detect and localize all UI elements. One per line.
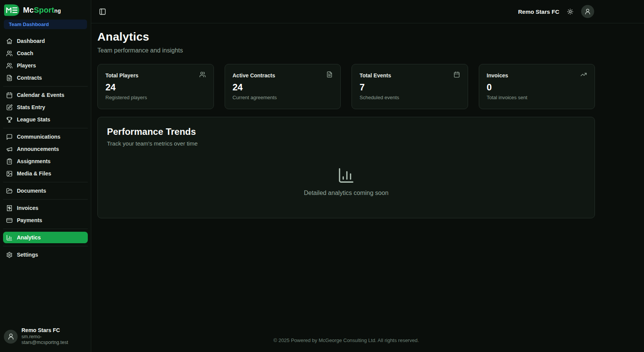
folder-open-icon — [6, 188, 13, 194]
sidebar-item-players[interactable]: Players — [3, 60, 88, 71]
users-icon — [6, 62, 13, 69]
topbar-right: Remo Stars FC — [518, 5, 594, 18]
settings-icon — [6, 252, 13, 258]
calendar-icon — [6, 92, 13, 98]
stat-card-active-contracts: Active Contracts 24 Current agreements — [225, 64, 341, 109]
stat-card-title: Total Events — [360, 71, 391, 79]
panel-left-icon — [99, 8, 106, 15]
stat-card-title: Total Players — [105, 71, 138, 79]
sidebar-user-name: Remo Stars FC — [21, 327, 87, 334]
page-title: Analytics — [97, 30, 595, 43]
home-icon — [6, 38, 13, 44]
stat-card-value: 0 — [487, 82, 587, 93]
sidebar-item-label: Announcements — [17, 146, 59, 152]
sidebar-item-label: Dashboard — [17, 38, 45, 44]
stat-card-description: Current agreements — [233, 95, 333, 100]
app-root: McSportng Team Dashboard DashboardCoachP… — [0, 0, 644, 352]
sidebar-item-label: Communications — [17, 134, 61, 140]
stat-card-description: Scheduled events — [360, 95, 460, 100]
trophy-icon — [6, 116, 13, 123]
ms-monogram-icon — [4, 4, 20, 16]
sidebar: McSportng Team Dashboard DashboardCoachP… — [0, 0, 91, 352]
topbar: Remo Stars FC — [91, 0, 644, 23]
stat-card-value: 24 — [233, 82, 333, 93]
stat-card-total-events: Total Events 7 Scheduled events — [352, 64, 468, 109]
account-menu-button[interactable] — [581, 5, 594, 18]
page-content: Analytics Team performance and insights … — [91, 23, 644, 328]
nav-group-divider — [3, 182, 88, 182]
sidebar-item-settings[interactable]: Settings — [3, 249, 88, 260]
nav-group-divider — [3, 229, 88, 229]
topbar-team-name: Remo Stars FC — [518, 8, 559, 15]
sidebar-item-calendar-events[interactable]: Calendar & Events — [3, 89, 88, 101]
stat-card-total-players: Total Players 24 Registered players — [97, 64, 214, 109]
sidebar-item-analytics[interactable]: Analytics — [3, 232, 88, 243]
theme-toggle-button[interactable] — [565, 7, 575, 16]
sidebar-item-label: Documents — [17, 188, 46, 194]
sidebar-item-invoices[interactable]: Invoices — [3, 202, 88, 214]
sidebar-item-label: League Stats — [17, 116, 50, 123]
sidebar-item-label: Analytics — [17, 234, 41, 241]
trending-up-icon — [580, 71, 587, 78]
clipboard-list-icon — [6, 158, 13, 165]
sidebar-item-dashboard[interactable]: Dashboard — [3, 35, 88, 47]
performance-trends-card: Performance Trends Track your team's met… — [97, 117, 595, 218]
stat-card-description: Registered players — [105, 95, 206, 100]
sidebar-item-label: Invoices — [17, 205, 38, 211]
sidebar-item-assignments[interactable]: Assignments — [3, 156, 88, 167]
sidebar-item-label: Media & Files — [17, 170, 51, 177]
sidebar-item-payments[interactable]: Payments — [3, 214, 88, 226]
sidebar-item-label: Settings — [17, 252, 38, 258]
users-icon — [199, 71, 206, 78]
nav-group-divider — [3, 246, 88, 246]
stat-card-value: 24 — [105, 82, 206, 93]
bar-chart-icon — [337, 167, 355, 184]
sidebar-item-announcements[interactable]: Announcements — [3, 143, 88, 155]
footer-copyright: © 2025 Powered by McGeorge Consulting Lt… — [273, 337, 419, 343]
sidebar-user[interactable]: Remo Stars FC sm.remo-stars@mcsportng.te… — [0, 323, 91, 347]
trends-title: Performance Trends — [107, 126, 585, 137]
sidebar-toggle-button[interactable] — [97, 7, 108, 17]
megaphone-icon — [6, 146, 13, 152]
nav-group-divider — [3, 199, 88, 200]
sidebar-item-contracts[interactable]: Contracts — [3, 72, 88, 83]
file-text-icon — [326, 71, 333, 78]
stat-card-title: Invoices — [487, 71, 508, 79]
bar-chart-icon — [6, 234, 13, 241]
stat-card-invoices: Invoices 0 Total invoices sent — [479, 64, 595, 109]
page-subtitle: Team performance and insights — [97, 47, 595, 54]
sidebar-item-label: Stats Entry — [17, 104, 45, 110]
file-text-icon — [6, 75, 13, 81]
sidebar-item-documents[interactable]: Documents — [3, 185, 88, 196]
stat-card-description: Total invoices sent — [487, 95, 587, 100]
stat-card-value: 7 — [360, 82, 460, 93]
sidebar-item-label: Assignments — [17, 158, 51, 164]
brand-name: McSportng — [23, 6, 61, 15]
calendar-icon — [453, 71, 460, 78]
sidebar-item-label: Contracts — [17, 75, 42, 81]
square-pen-icon — [6, 104, 13, 111]
receipt-icon — [6, 205, 13, 211]
sidebar-item-stats-entry[interactable]: Stats Entry — [3, 102, 88, 113]
sidebar-nav: DashboardCoachPlayersContractsCalendar &… — [0, 33, 91, 323]
sidebar-user-email: sm.remo-stars@mcsportng.test — [21, 334, 87, 346]
image-icon — [6, 170, 13, 177]
sidebar-item-label: Payments — [17, 217, 42, 223]
page-footer: © 2025 Powered by McGeorge Consulting Lt… — [91, 328, 644, 352]
stat-card-title: Active Contracts — [233, 71, 275, 79]
sidebar-item-label: Players — [17, 62, 36, 69]
sidebar-item-label: Calendar & Events — [17, 92, 64, 98]
nav-group-divider — [3, 86, 88, 87]
user-icon — [584, 8, 591, 15]
sun-icon — [567, 8, 573, 15]
trends-placeholder-text: Detailed analytics coming soon — [304, 190, 389, 196]
sidebar-item-label: Coach — [17, 50, 33, 56]
user-icon — [4, 330, 18, 344]
sidebar-item-communications[interactable]: Communications — [3, 131, 88, 142]
sidebar-item-league-stats[interactable]: League Stats — [3, 114, 88, 125]
brand-logo[interactable]: McSportng — [0, 3, 91, 19]
message-square-icon — [6, 134, 13, 140]
sidebar-item-coach[interactable]: Coach — [3, 47, 88, 59]
trends-empty-state: Detailed analytics coming soon — [107, 167, 585, 196]
sidebar-item-media-files[interactable]: Media & Files — [3, 168, 88, 179]
